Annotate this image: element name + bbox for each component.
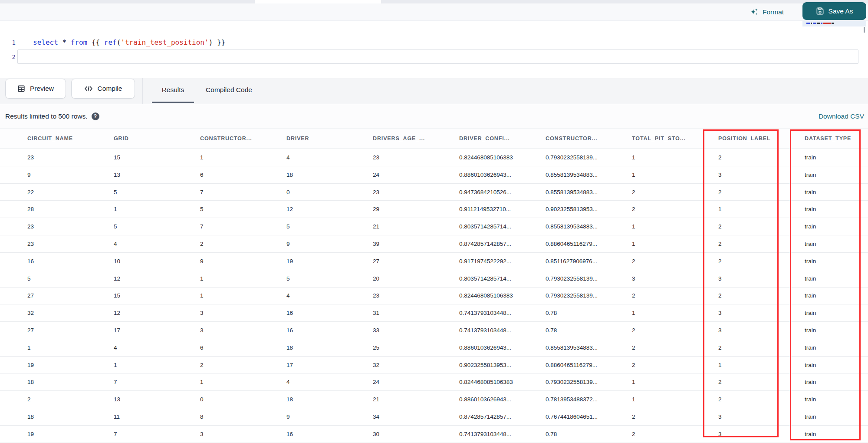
table-cell: 28 (27, 206, 114, 212)
table-cell: 1 (27, 344, 114, 351)
table-cell: 1 (718, 206, 805, 212)
table-cell: 0.9112149532710... (459, 206, 546, 212)
table-cell: train (805, 413, 868, 420)
table-cell: 1 (632, 241, 718, 247)
table-cell: 0.8558139534883... (546, 189, 632, 195)
table-cell: 1 (114, 206, 200, 212)
table-cell: 18 (27, 413, 114, 420)
code-token: }} (213, 38, 225, 46)
table-cell: 7 (114, 379, 200, 385)
compile-button[interactable]: Compile (71, 79, 135, 99)
code-token (66, 38, 71, 46)
panel-divider (142, 78, 143, 104)
preview-button[interactable]: Preview (5, 79, 66, 99)
format-button[interactable]: Format (750, 3, 784, 21)
table-cell: train (805, 223, 868, 230)
table-cell: 2 (632, 206, 718, 212)
table-row: 23575210.8035714285714...0.8558139534883… (0, 218, 868, 235)
sql-editor[interactable]: 1 select * from {{ ref('train_test_posit… (0, 21, 868, 78)
table-cell: 1 (200, 292, 286, 299)
save-as-label: Save As (829, 7, 853, 15)
table-cell: 4 (286, 154, 373, 161)
table-cell: 2 (718, 396, 805, 403)
table-cell: 6 (200, 344, 286, 351)
table-cell: 0.824468085106383 (459, 154, 546, 161)
table-cell: train (805, 172, 868, 178)
table-cell: 1 (200, 379, 286, 385)
table-cell: 5 (27, 275, 114, 282)
table-cell: 1 (632, 154, 718, 161)
table-cell: 3 (718, 413, 805, 420)
help-icon[interactable]: ? (92, 112, 99, 120)
table-cell: 16 (286, 431, 373, 437)
file-tab-strip (0, 0, 868, 3)
table-cell: 2 (718, 189, 805, 195)
table-cell: 3 (718, 275, 805, 282)
code-token: ) (209, 38, 213, 46)
table-cell: 0.8035714285714... (459, 223, 546, 230)
save-icon (816, 7, 824, 15)
column-header: CONSTRUCTOR... (200, 136, 286, 142)
code-line-1: select * from {{ ref('train_test_positio… (33, 38, 225, 46)
table-cell: 0 (200, 396, 286, 403)
code-token: ref (104, 38, 117, 46)
table-cell: train (805, 379, 868, 385)
table-cell: 0 (286, 189, 373, 195)
table-cell: 0.8860465116279... (546, 362, 632, 368)
table-cell: 0.78 (546, 310, 632, 316)
code-token: * (62, 38, 66, 46)
table-cell: 0.7813953488372... (546, 396, 632, 403)
table-cell: 31 (373, 310, 459, 316)
table-cell: 18 (286, 396, 373, 403)
column-header: DRIVER (286, 136, 373, 142)
active-file-tab[interactable] (255, 0, 381, 3)
table-cell: 9 (200, 258, 286, 264)
table-cell: train (805, 275, 868, 282)
table-row: 197316300.7413793103448...0.7823train (0, 426, 868, 443)
table-cell: 0.7674418604651... (546, 413, 632, 420)
table-cell: 0.8558139534883... (546, 344, 632, 351)
table-cell: 0.9473684210526... (459, 189, 546, 195)
sparkles-icon (750, 8, 759, 17)
table-cell: 1 (632, 223, 718, 230)
table-cell: 0.8860465116279... (546, 241, 632, 247)
table-cell: 13 (114, 396, 200, 403)
table-cell: 6 (200, 172, 286, 178)
table-cell: 3 (718, 310, 805, 316)
code-token: select (33, 38, 58, 46)
table-cell: 27 (27, 327, 114, 334)
table-cell: 0.8558139534883... (546, 223, 632, 230)
table-cell: train (805, 431, 868, 437)
download-csv-link[interactable]: Download CSV (819, 104, 864, 128)
tab-results[interactable]: Results (152, 78, 194, 104)
table-cell: 9 (27, 172, 114, 178)
code-icon (84, 85, 93, 93)
table-cell: 2 (718, 223, 805, 230)
table-cell: 4 (286, 292, 373, 299)
table-cell: 13 (114, 172, 200, 178)
table-cell: train (805, 241, 868, 247)
table-row: 3212316310.7413793103448...0.7813train (0, 304, 868, 322)
table-cell: 2 (200, 362, 286, 368)
table-cell: 23 (27, 241, 114, 247)
line-number-2: 2 (0, 53, 16, 60)
tab-compiled-code[interactable]: Compiled Code (199, 78, 259, 104)
table-cell: 0.7930232558139... (546, 379, 632, 385)
table-icon (17, 85, 25, 93)
table-cell: 23 (27, 154, 114, 161)
table-cell: 16 (286, 310, 373, 316)
results-table-header: CIRCUIT_NAMEGRIDCONSTRUCTOR...DRIVERDRIV… (0, 128, 868, 149)
compile-label: Compile (98, 85, 122, 93)
table-cell: 5 (286, 275, 373, 282)
table-cell: 2 (632, 413, 718, 420)
save-as-button[interactable]: Save As (802, 2, 866, 20)
table-cell: 0.7413793103448... (459, 431, 546, 437)
table-cell: 2 (632, 189, 718, 195)
table-row: 191217320.9023255813953...0.886046511627… (0, 357, 868, 374)
table-cell: 2 (718, 344, 805, 351)
table-cell: 4 (114, 344, 200, 351)
table-cell: 12 (286, 206, 373, 212)
editor-minimap[interactable] (802, 21, 866, 78)
table-row: 1610919270.9171974522292...0.85116279069… (0, 253, 868, 270)
table-cell: train (805, 327, 868, 334)
